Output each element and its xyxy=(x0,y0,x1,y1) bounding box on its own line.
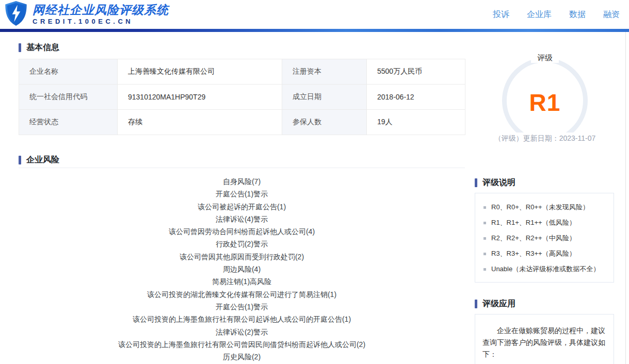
risk-line: 简易注销(1)高风险 xyxy=(19,275,465,288)
section-marker xyxy=(19,43,21,52)
table-row: 统一社会信用代码 91310120MA1HP90T29 成立日期 2018-06… xyxy=(19,85,465,110)
rating-usage-box: 企业在做赊账贸易的过程中，建议查询下游客户的风险评级，具体建议如下： R0和R1… xyxy=(475,314,614,364)
main-column: 基本信息 企业名称 上海善臻文化传媒有限公司 注册资本 5500万人民币 统一社… xyxy=(19,32,465,363)
list-item: Unable（未达评级标准或数据不全） xyxy=(482,261,607,277)
table-row: 经营状态 存续 参保人数 19人 xyxy=(19,110,465,135)
cell-insured-count-value: 19人 xyxy=(367,110,465,135)
risk-line: 该公司投资的湖北善臻文化传媒有限公司进行了简易注销(1) xyxy=(19,288,465,301)
rating-update-date: （评级）更新日期：2023-11-07 xyxy=(464,134,625,143)
square-bullet-icon xyxy=(483,253,486,255)
risk-line: 行政处罚(2)警示 xyxy=(19,238,465,250)
nav-data[interactable]: 数据 xyxy=(569,9,586,20)
list-item: R3、R3+、R3++（高风险） xyxy=(482,246,607,261)
cell-credit-code-value: 91310120MA1HP90T29 xyxy=(118,85,282,110)
square-bullet-icon xyxy=(483,206,486,209)
rating-notes-heading: 评级说明 xyxy=(475,178,615,187)
cell-registered-capital-value: 5500万人民币 xyxy=(367,59,465,85)
rating-widget: 评级 R1 （评级）更新日期：2023-11-07 xyxy=(475,58,615,176)
list-item: R2、R2+、R2++（中风险） xyxy=(482,230,607,246)
rating-usage-heading: 评级应用 xyxy=(475,299,615,308)
list-item: R0、R0+、R0++（未发现风险） xyxy=(482,200,607,215)
content: 基本信息 企业名称 上海善臻文化传媒有限公司 注册资本 5500万人民币 统一社… xyxy=(0,32,629,364)
top-nav: 投诉 企业库 数据 融资 xyxy=(493,9,620,20)
nav-financing[interactable]: 融资 xyxy=(603,9,620,20)
square-bullet-icon xyxy=(483,237,486,240)
cell-company-name-label: 企业名称 xyxy=(19,59,118,85)
rating-label: 评级 xyxy=(531,53,559,63)
risk-line: 该公司曾因劳动合同纠纷而起诉他人或公司(4) xyxy=(19,225,465,238)
right-divider xyxy=(625,32,626,364)
cell-registered-capital-label: 注册资本 xyxy=(282,59,367,85)
basic-info-heading: 基本信息 xyxy=(19,43,465,52)
square-bullet-icon xyxy=(483,268,486,271)
square-bullet-icon xyxy=(483,222,486,224)
rating-notes-box: R0、R0+、R0++（未发现风险） R1、R1+、R1++（低风险） R2、R… xyxy=(475,193,614,283)
risk-line: 法律诉讼(4)警示 xyxy=(19,213,465,225)
basic-info-table: 企业名称 上海善臻文化传媒有限公司 注册资本 5500万人民币 统一社会信用代码… xyxy=(19,59,465,135)
cell-business-status-label: 经营状态 xyxy=(19,110,118,135)
risk-line: 周边风险(4) xyxy=(19,263,465,275)
section-marker xyxy=(475,178,477,187)
risk-line: 历史风险(2) xyxy=(19,351,465,363)
nav-complaints[interactable]: 投诉 xyxy=(493,9,509,20)
nav-enterprise-db[interactable]: 企业库 xyxy=(527,9,552,20)
rating-grade: R1 xyxy=(475,89,615,117)
logo-text: 网经社企业风险评级系统 CREDIT.100EC.CN xyxy=(33,4,169,25)
risk-line: 法律诉讼(2)警示 xyxy=(19,326,465,338)
cell-credit-code-label: 统一社会信用代码 xyxy=(19,85,118,110)
section-marker xyxy=(475,300,477,308)
cell-founding-date-label: 成立日期 xyxy=(282,85,367,110)
site-domain: CREDIT.100EC.CN xyxy=(33,18,169,25)
list-item: R1、R1+、R1++（低风险） xyxy=(482,215,607,230)
cell-insured-count-label: 参保人数 xyxy=(282,110,367,135)
cell-founding-date-value: 2018-06-12 xyxy=(367,85,465,110)
section-marker xyxy=(19,156,21,164)
usage-intro-text: 企业在做赊账贸易的过程中，建议查询下游客户的风险评级，具体建议如下： xyxy=(482,325,606,360)
cell-business-status-value: 存续 xyxy=(118,110,282,135)
risk-line: 开庭公告(1)警示 xyxy=(19,188,465,200)
table-row: 企业名称 上海善臻文化传媒有限公司 注册资本 5500万人民币 xyxy=(19,59,465,85)
site-title: 网经社企业风险评级系统 xyxy=(33,4,169,16)
risk-line: 自身风险(7) xyxy=(19,175,465,188)
risk-line: 该公司曾因其他原因而受到行政处罚(2) xyxy=(19,251,465,263)
site-logo[interactable]: 网经社企业风险评级系统 CREDIT.100EC.CN xyxy=(4,1,169,28)
enterprise-risk-heading: 企业风险 xyxy=(19,159,465,168)
risk-line-list: 自身风险(7) 开庭公告(1)警示 该公司被起诉的开庭公告(1) 法律诉讼(4)… xyxy=(19,175,465,363)
risk-line: 该公司被起诉的开庭公告(1) xyxy=(19,201,465,213)
risk-line: 该公司投资的上海墨鱼旅行社有限公司起诉他人或公司的开庭公告(1) xyxy=(19,313,465,325)
header: 网经社企业风险评级系统 CREDIT.100EC.CN 投诉 企业库 数据 融资 xyxy=(0,0,629,29)
risk-line: 开庭公告(1)警示 xyxy=(19,301,465,313)
cell-company-name-value: 上海善臻文化传媒有限公司 xyxy=(118,59,282,85)
risk-line: 该公司投资的上海墨鱼旅行社有限公司曾因民间借贷纠纷而起诉他人或公司(2) xyxy=(19,338,465,351)
right-column: 评级 R1 （评级）更新日期：2023-11-07 评级说明 R0、R0+、R0… xyxy=(475,32,615,364)
shield-lightning-icon xyxy=(4,1,28,28)
